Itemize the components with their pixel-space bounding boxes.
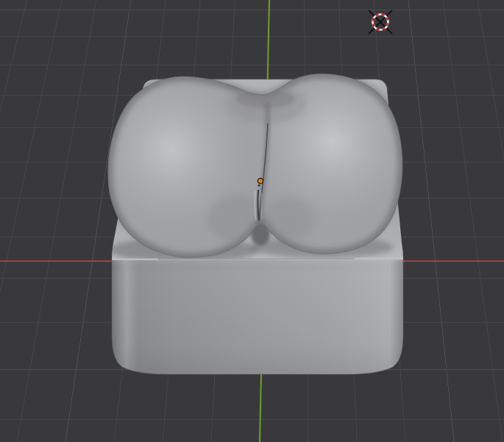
crease-detail-dot	[258, 184, 260, 186]
viewport-canvas[interactable]	[0, 0, 504, 442]
3d-cursor	[369, 10, 392, 34]
front-face-shading	[112, 259, 403, 374]
object-origin-point[interactable]	[258, 178, 263, 183]
blender-3d-viewport[interactable]	[0, 0, 504, 442]
